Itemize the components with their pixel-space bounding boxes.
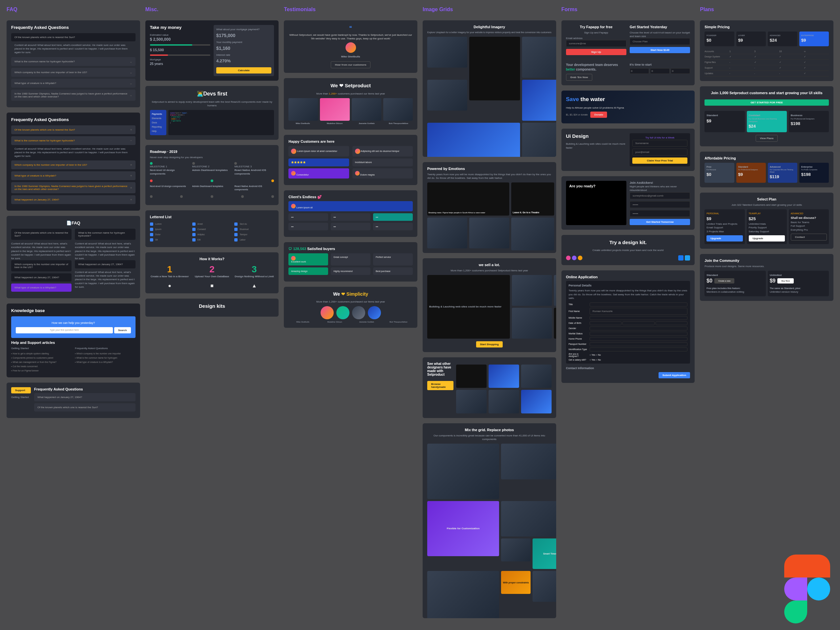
yesterday-btn[interactable]: Start Now $149 — [630, 47, 690, 53]
radio-group[interactable]: ○ Yes ○ No — [590, 354, 688, 356]
kb-link[interactable]: • Cut the beats concerned — [11, 364, 71, 368]
sidebar-item[interactable]: Payments — [152, 112, 164, 116]
faq2-q4[interactable]: What type of creature is a Whydah?+ — [11, 171, 136, 180]
faq3-q3[interactable]: Which company is the number one importer… — [11, 260, 71, 272]
faq-q5[interactable]: In the 1980 Summer Olympics, Nadia Coman… — [11, 90, 136, 101]
first-input[interactable]: Roman Kamushk — [590, 308, 688, 315]
phone-input[interactable] — [590, 337, 688, 341]
faq-q4[interactable]: What type of creature is a Whydah?⌄ — [11, 79, 136, 88]
time-input[interactable]: 0 — [650, 68, 669, 74]
faq3-q6[interactable]: What happened on January 27, 1964? — [11, 273, 71, 281]
kb-search-btn[interactable]: Search — [114, 327, 131, 333]
passport-input[interactable] — [590, 342, 688, 346]
support-q[interactable]: What happened on January 27, 1964? — [34, 393, 136, 401]
grid-img[interactable] — [489, 365, 519, 388]
grid-img[interactable] — [427, 37, 467, 68]
grid-img[interactable] — [501, 538, 531, 561]
ui-btn[interactable]: Claim Your Free Trial — [632, 158, 687, 164]
buy-btn[interactable]: Buy Now — [777, 278, 794, 284]
support-tab[interactable]: Support — [11, 387, 31, 393]
dob-input[interactable] — [655, 321, 688, 325]
sell-cta[interactable]: Start Shopping — [476, 341, 503, 347]
faq3-q4[interactable]: What type of creature is a Whydah? — [11, 284, 71, 292]
asskickers-input[interactable]: somephiloso@gmail.comb — [630, 192, 690, 199]
kb-link[interactable]: • How to get a simple system starting — [11, 351, 71, 356]
email-input[interactable]: someone@me — [566, 40, 626, 47]
time-input[interactable]: 0 — [630, 68, 649, 74]
grid-img[interactable] — [456, 390, 486, 413]
faq2-q6[interactable]: What happened on January 27, 1964?+ — [11, 195, 136, 204]
grid-img[interactable] — [489, 390, 519, 413]
grid-img[interactable] — [427, 123, 520, 157]
grid-img[interactable] — [456, 365, 486, 388]
sidebar-item[interactable]: Docs — [152, 120, 164, 125]
facebook-icon[interactable] — [678, 255, 684, 261]
grid-img[interactable]: Leave it. Go to a Theatre — [511, 182, 554, 215]
kb-link[interactable]: • Which company is the number one import… — [75, 351, 135, 356]
support-q[interactable]: Of the known planets which one is neares… — [34, 403, 136, 412]
faq3-q1[interactable]: Of the known planets which one is neares… — [11, 229, 71, 240]
faq-q3[interactable]: Which company is the number one importer… — [11, 68, 136, 77]
price-tier[interactable]: LOVER$9 — [736, 32, 766, 46]
signup-btn[interactable]: Sign Up — [566, 49, 626, 55]
asskickers-input[interactable]: •••••• — [630, 201, 690, 208]
submit-btn[interactable]: Submit Application — [658, 372, 690, 378]
grid-img[interactable] — [522, 80, 556, 121]
grid-img[interactable] — [427, 80, 467, 111]
price-tier[interactable]: CoolstartFor Small Business and Starting… — [747, 111, 787, 132]
dob-input[interactable] — [590, 321, 622, 325]
grid-img[interactable] — [511, 218, 554, 250]
price-tier[interactable]: ENTERPRISE$9 — [799, 32, 829, 46]
quote-cta[interactable]: Hear from our customers — [331, 62, 371, 68]
price-tier[interactable]: FreeFor Personal$0 — [704, 163, 734, 183]
plan-input[interactable]: Choose Plan — [630, 38, 690, 45]
faq3-q2[interactable]: What is the common name for hydrogen hyd… — [75, 229, 135, 240]
kb-link[interactable]: • What is the common name for hydrogen — [75, 356, 135, 360]
upgrade-btn[interactable]: Upgrade — [749, 235, 785, 242]
marital-input[interactable] — [590, 332, 688, 336]
calculate-btn[interactable]: Calculate — [216, 67, 272, 74]
create-btn[interactable]: Create a new — [714, 278, 734, 284]
grid-img[interactable] — [554, 275, 556, 306]
join-cta[interactable]: GET STARTED FOR FREE — [704, 99, 829, 106]
faq2-q5[interactable]: In the 1980 Summer Olympics, Nadia Coman… — [11, 182, 136, 193]
kb-link[interactable]: • Components pinned to customers panel — [11, 356, 71, 360]
faq-q1[interactable]: Of the known planets which one is neares… — [11, 33, 136, 41]
grid-img[interactable] — [521, 365, 551, 388]
grid-img[interactable]: Breaking news: Figma helps people in Sou… — [427, 182, 509, 215]
faq2-q2[interactable]: What is the common name for hydrogen hyd… — [11, 136, 136, 145]
donate-btn[interactable]: Donate — [590, 112, 607, 118]
faq-q2[interactable]: What is the common name for hydrogen hyd… — [11, 57, 136, 66]
idtype-input[interactable] — [590, 347, 688, 351]
kb-link[interactable]: • What type of creature is a Whydah? — [75, 360, 135, 364]
sidebar-item[interactable]: Reporting — [152, 125, 164, 129]
sidebar-item[interactable]: Help — [152, 129, 164, 133]
grid-img[interactable] — [532, 571, 556, 602]
radio-group[interactable]: ○ Yes ○ No — [590, 358, 688, 361]
price-tier[interactable]: FOUNDER$0 — [704, 32, 734, 46]
price-tier[interactable]: EnterpriseFor Public Companies$198 — [799, 163, 829, 183]
grab-btn[interactable]: Grab 'Em Now — [566, 74, 592, 81]
ui-input[interactable]: your@email — [632, 148, 687, 156]
title-input[interactable] — [590, 303, 688, 306]
twitter-icon[interactable] — [685, 255, 690, 261]
kb-link[interactable]: • What can management or from the Figma? — [11, 360, 71, 364]
grid-img[interactable] — [469, 37, 520, 100]
faq3-q6b[interactable]: What happened on January 27, 1964? — [75, 260, 135, 268]
grid-img[interactable] — [501, 501, 556, 537]
faq2-q3[interactable]: Which company is the number one importer… — [11, 161, 136, 169]
grid-img[interactable] — [427, 218, 467, 248]
ui-input[interactable]: Somename — [632, 140, 687, 147]
gender-input[interactable] — [590, 327, 688, 330]
price-tier[interactable]: Standard$9 — [704, 111, 745, 132]
others-cta[interactable]: Browse handymade — [427, 381, 453, 390]
asskickers-input[interactable]: •••••• — [630, 210, 690, 217]
price-tier[interactable]: StandardFor Professional Designers$9 — [736, 163, 766, 183]
price-tier[interactable]: AdvancedFor Corporate Who are Thinking A… — [768, 163, 797, 183]
kb-link[interactable]: • Free for on Figma forever — [11, 368, 71, 373]
upgrade-btn[interactable]: Upgrade — [706, 235, 742, 242]
faq2-q1[interactable]: Of the known planets which one is neares… — [11, 125, 136, 134]
time-input[interactable]: 0 — [671, 68, 690, 74]
grid-img[interactable] — [554, 308, 556, 339]
sidebar-item[interactable]: Elements — [152, 116, 164, 120]
